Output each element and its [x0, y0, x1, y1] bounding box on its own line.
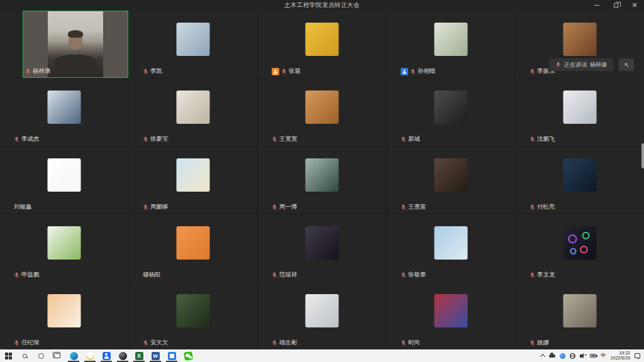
hidden-icons-chevron[interactable] [541, 349, 545, 362]
participant-name: 申益鹏 [21, 271, 40, 279]
participant-avatar [306, 226, 339, 260]
participant-avatar [564, 158, 597, 192]
participant-tile[interactable]: 李成杰 [0, 79, 128, 146]
participant-name: 王查富 [408, 203, 426, 211]
participant-avatar [48, 90, 81, 124]
participant-tile[interactable]: 安欠欠 [129, 282, 257, 349]
participant-name: 任纪琛 [21, 339, 40, 347]
person-icon [402, 69, 407, 74]
participant-nameplate: 刘银鑫 [14, 203, 32, 211]
participant-tile[interactable]: 沈鹏飞 [516, 79, 644, 146]
participant-tile[interactable]: 申益鹏 [0, 214, 128, 282]
search-button[interactable] [16, 349, 33, 362]
speaking-banner-row: 正在讲话: 杨梓康 [549, 58, 634, 71]
participant-tile[interactable]: 徐豪宝 [129, 79, 257, 146]
volume-muted-tray-button[interactable] [580, 349, 586, 362]
cloud-tray-button[interactable] [549, 349, 555, 362]
mic-icon [555, 62, 561, 68]
speaker-figure [69, 33, 82, 50]
participant-name: 范瑞祥 [279, 271, 297, 279]
participant-nameplate: 新城 [401, 135, 420, 143]
qq-button[interactable] [82, 349, 98, 362]
participant-grid: 杨梓康 李凯 [0, 11, 644, 349]
participant-tile[interactable]: 雄志彬 [258, 282, 386, 349]
ime-indicator[interactable]: 中 [601, 352, 606, 359]
participant-nameplate: 张敬泰 [401, 271, 426, 279]
participant-tile[interactable]: 穆杨阳 [129, 214, 257, 282]
participant-tile[interactable]: 王宽宽 [258, 79, 386, 146]
participant-tile[interactable]: 张敬泰 [387, 214, 515, 282]
muted-mic-icon [143, 69, 148, 75]
excel-button[interactable] [131, 349, 147, 362]
participant-tile[interactable]: 时尚 [387, 282, 515, 349]
edge-button[interactable] [65, 349, 82, 362]
globe-app-button[interactable] [114, 349, 131, 362]
participant-avatar [177, 158, 210, 192]
participant-tile[interactable]: 王查富 [387, 146, 515, 214]
participant-nameplate: 安欠欠 [143, 339, 169, 347]
participant-tile[interactable]: 周一博 [258, 146, 386, 214]
participant-tile[interactable]: 李文龙 [516, 214, 644, 282]
participant-name: 孙相晴 [418, 67, 436, 75]
network-tray-button[interactable] [570, 349, 575, 362]
participant-tile[interactable]: 孙相晴 [387, 11, 515, 78]
taskbar-clock[interactable]: 19:22 2022/5/29 [611, 351, 630, 361]
notification-icon [635, 353, 640, 358]
participant-tile[interactable]: 刘银鑫 [0, 146, 128, 214]
participant-nameplate: 付松亮 [530, 203, 555, 211]
cortana-button[interactable] [33, 349, 49, 362]
participant-tile[interactable]: 任纪琛 [0, 282, 128, 349]
participant-tile[interactable]: 新城 [387, 79, 515, 146]
notification-center-button[interactable] [635, 349, 640, 362]
participant-nameplate: 李文龙 [530, 271, 555, 279]
clock-time: 19:22 [611, 351, 630, 356]
participant-nameplate: 穆杨阳 [143, 271, 161, 279]
participant-tile[interactable]: 姚娜 [516, 282, 644, 349]
meeting-window: 土木工程学院党员转正大会 ✕ 杨梓康 [0, 0, 644, 362]
participant-tile[interactable]: 付松亮 [516, 146, 644, 214]
muted-mic-icon [530, 204, 535, 211]
collapse-arrow-icon [623, 62, 630, 68]
tencent-docs-button[interactable] [164, 349, 180, 362]
participant-name: 雄志彬 [279, 339, 297, 347]
minimize-icon [594, 5, 599, 6]
minimize-button[interactable] [587, 0, 606, 11]
participant-nameplate: 李凯 [143, 67, 162, 75]
restore-button[interactable] [606, 0, 625, 11]
edge-icon [70, 352, 78, 360]
participant-avatar [306, 23, 339, 56]
close-button[interactable]: ✕ [625, 0, 644, 11]
tencent-meeting-button[interactable] [98, 349, 114, 362]
participant-avatar [435, 226, 468, 260]
participant-name: 沈鹏飞 [537, 135, 555, 143]
scrollbar-thumb[interactable] [641, 143, 644, 168]
wechat-button[interactable] [180, 349, 196, 362]
titlebar: 土木工程学院党员转正大会 ✕ [0, 0, 644, 11]
battery-tray-button[interactable] [590, 349, 596, 362]
participant-name: 李文龙 [537, 271, 555, 279]
participant-avatar [177, 294, 210, 327]
speaking-banner-text: 正在讲话: 杨梓康 [564, 61, 607, 69]
participant-tile[interactable]: 范瑞祥 [258, 214, 386, 282]
participant-name: 刘银鑫 [14, 203, 32, 211]
participant-tile[interactable]: 李凯 [129, 11, 257, 78]
participant-tile[interactable]: 杨梓康 [0, 11, 128, 78]
speaker-figure-shirt [55, 55, 96, 77]
person-icon [273, 69, 278, 74]
participant-tile[interactable]: 张慧 [258, 11, 386, 78]
muted-mic-icon [530, 69, 535, 75]
start-button[interactable] [0, 349, 16, 362]
participant-avatar [564, 226, 597, 260]
participant-name: 周鹏哆 [150, 203, 169, 211]
task-view-button[interactable] [49, 349, 65, 362]
security-tray-button[interactable] [560, 349, 565, 362]
word-button[interactable] [147, 349, 164, 362]
collapse-button[interactable] [619, 58, 634, 71]
close-icon: ✕ [631, 2, 637, 9]
participant-name: 李凯 [150, 67, 162, 75]
participant-nameplate: 王宽宽 [272, 135, 297, 143]
participant-name: 周一博 [279, 203, 297, 211]
participant-avatar [435, 90, 468, 124]
muted-mic-icon [14, 340, 19, 346]
participant-tile[interactable]: 周鹏哆 [129, 146, 257, 214]
